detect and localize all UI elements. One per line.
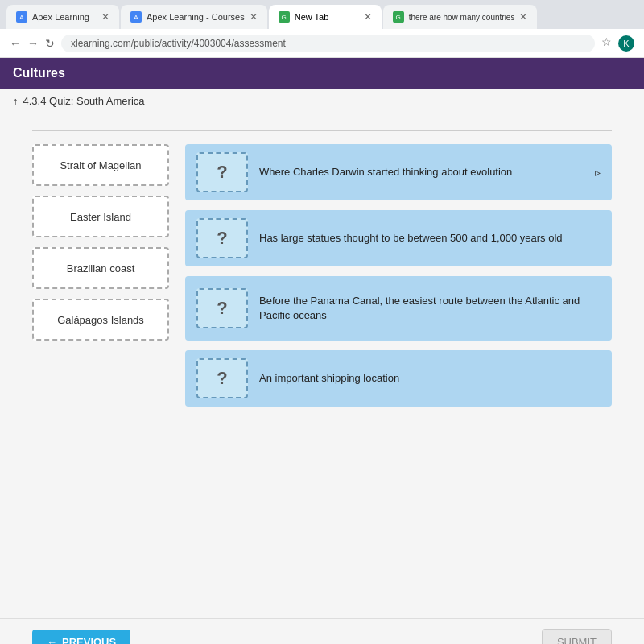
term-brazilian-label: Brazilian coast xyxy=(67,262,135,275)
tab-close-new-icon[interactable]: ✕ xyxy=(364,11,372,23)
reload-icon[interactable]: ↻ xyxy=(45,37,55,50)
term-strait-of-magellan[interactable]: Strait of Magellan xyxy=(32,144,169,186)
answer-slot-2[interactable]: ? xyxy=(196,218,248,258)
term-brazilian-coast[interactable]: Brazilian coast xyxy=(32,247,169,289)
term-galapagos[interactable]: Galápagos Islands xyxy=(32,299,169,341)
breadcrumb-text: 4.3.4 Quiz: South America xyxy=(23,95,145,107)
prev-button-label: PREVIOUS xyxy=(62,636,116,644)
match-description-3: Before the Panama Canal, the easiest rou… xyxy=(259,294,601,323)
match-row-1: ? Where Charles Darwin started thinking … xyxy=(185,144,612,200)
tab-bar: A Apex Learning ✕ A Apex Learning - Cour… xyxy=(0,0,644,29)
tab-apex-learning-label: Apex Learning xyxy=(32,12,89,22)
apex-courses-favicon: A xyxy=(130,11,142,23)
app-header: Cultures xyxy=(0,58,644,89)
term-easter-label: Easter Island xyxy=(70,211,131,223)
answer-placeholder-2: ? xyxy=(217,228,227,249)
main-content: Strait of Magellan Easter Island Brazili… xyxy=(0,114,644,618)
tab-new-tab-label: New Tab xyxy=(295,12,329,22)
tab-apex-courses-label: Apex Learning - Courses xyxy=(147,12,245,22)
quiz-breadcrumb: ↑ 4.3.4 Quiz: South America xyxy=(0,89,644,114)
answer-placeholder-1: ? xyxy=(217,162,227,183)
nav-icons: ← → ↻ xyxy=(10,37,55,50)
tab-new-tab[interactable]: G New Tab ✕ xyxy=(269,5,382,29)
submit-button-label: SUBMIT xyxy=(557,636,597,644)
answer-placeholder-3: ? xyxy=(217,298,227,319)
search-tab-favicon: G xyxy=(393,11,404,23)
tab-search-label: there are how many countries xyxy=(409,13,515,22)
terms-column: Strait of Magellan Easter Island Brazili… xyxy=(32,144,169,407)
url-field[interactable]: xlearning.com/public/activity/4003004/as… xyxy=(61,35,595,52)
tab-close-search-icon[interactable]: ✕ xyxy=(519,11,527,23)
apex-learning-favicon: A xyxy=(16,11,27,23)
match-description-1: Where Charles Darwin started thinking ab… xyxy=(259,165,584,180)
tab-close-icon[interactable]: ✕ xyxy=(101,11,109,23)
term-strait-label: Strait of Magellan xyxy=(60,159,141,171)
forward-icon[interactable]: → xyxy=(27,37,39,50)
url-text: xlearning.com/public/activity/4003004/as… xyxy=(71,38,286,49)
breadcrumb-icon: ↑ xyxy=(13,95,19,107)
answer-placeholder-4: ? xyxy=(217,368,227,389)
answer-slot-1[interactable]: ? xyxy=(196,152,248,192)
previous-button[interactable]: ← PREVIOUS xyxy=(32,630,130,644)
new-tab-favicon: G xyxy=(279,11,290,23)
term-easter-island[interactable]: Easter Island xyxy=(32,196,169,237)
matches-column: ? Where Charles Darwin started thinking … xyxy=(185,144,612,407)
address-bar: ← → ↻ xlearning.com/public/activity/4003… xyxy=(0,29,644,58)
tab-apex-courses[interactable]: A Apex Learning - Courses ✕ xyxy=(121,5,267,29)
match-description-2: Has large statues thought to be between … xyxy=(259,231,601,246)
match-row-3: ? Before the Panama Canal, the easiest r… xyxy=(185,276,612,341)
matching-container: Strait of Magellan Easter Island Brazili… xyxy=(32,144,612,407)
match-row-4: ? An important shipping location xyxy=(185,350,612,407)
term-galapagos-label: Galápagos Islands xyxy=(57,314,144,326)
browser-chrome: A Apex Learning ✕ A Apex Learning - Cour… xyxy=(0,0,644,58)
submit-button[interactable]: SUBMIT xyxy=(542,629,612,644)
match-row-2: ? Has large statues thought to be betwee… xyxy=(185,210,612,266)
address-actions: ☆ K xyxy=(601,35,634,52)
tab-apex-learning[interactable]: A Apex Learning ✕ xyxy=(6,5,119,29)
match-description-4: An important shipping location xyxy=(259,371,601,386)
user-icon[interactable]: K xyxy=(618,35,634,52)
bottom-bar: ← PREVIOUS SUBMIT xyxy=(0,618,644,644)
tab-search[interactable]: G there are how many countries ✕ xyxy=(383,5,538,29)
separator xyxy=(32,130,612,131)
answer-slot-4[interactable]: ? xyxy=(196,358,248,398)
bookmark-icon[interactable]: ☆ xyxy=(601,35,612,52)
answer-slot-3[interactable]: ? xyxy=(196,288,248,328)
prev-arrow-icon: ← xyxy=(47,636,57,644)
cursor-icon: ▹ xyxy=(595,166,601,179)
app-title: Cultures xyxy=(13,66,65,80)
tab-close-courses-icon[interactable]: ✕ xyxy=(250,11,258,23)
back-icon[interactable]: ← xyxy=(10,37,21,50)
